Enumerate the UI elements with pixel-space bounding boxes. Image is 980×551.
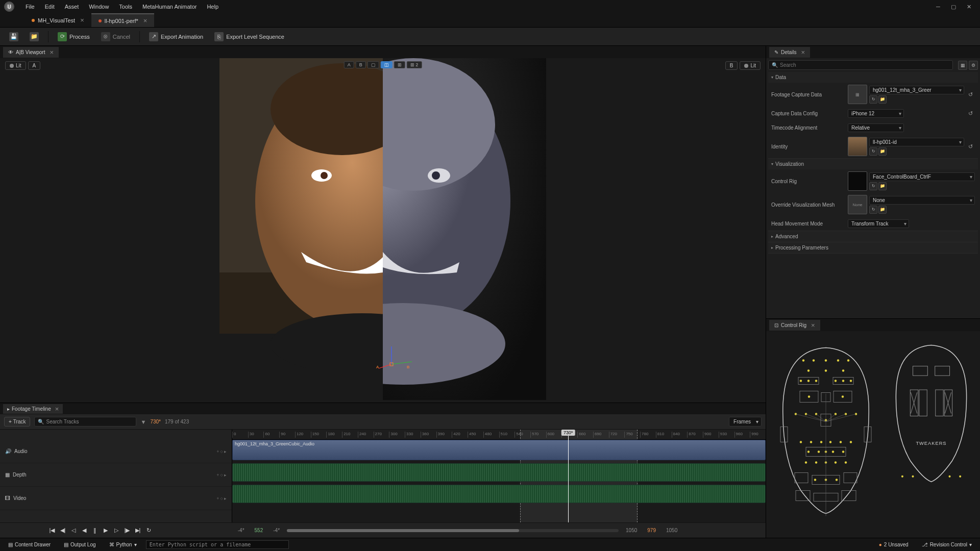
mute-icon[interactable]: ○: [220, 472, 223, 478]
control-rig-tab[interactable]: ⊡ Control Rig ×: [769, 320, 820, 331]
prev-key-button[interactable]: ◀|: [58, 526, 67, 535]
mute-icon[interactable]: ○: [220, 449, 223, 454]
add-key-icon[interactable]: +: [216, 472, 219, 478]
details-search[interactable]: 🔍: [768, 60, 953, 70]
track-header-audio[interactable]: 🔊Audio+○▸: [0, 440, 232, 463]
layout-single-icon[interactable]: ▢: [368, 61, 379, 68]
close-icon[interactable]: ×: [143, 17, 148, 24]
range-slider[interactable]: [287, 529, 619, 532]
browse-icon[interactable]: 📁: [878, 182, 887, 190]
to-end-button[interactable]: ▶|: [133, 526, 142, 535]
export-animation-button[interactable]: ↗Export Animation: [145, 30, 207, 43]
browse-icon[interactable]: 📁: [878, 206, 887, 214]
viewport-a-lit-dropdown[interactable]: Lit: [5, 61, 26, 70]
track-header-video[interactable]: 🎞Video+○▸: [0, 487, 232, 510]
browse-icon[interactable]: 📁: [878, 147, 887, 156]
next-key-button[interactable]: |▶: [122, 526, 132, 535]
unsaved-indicator[interactable]: ●2 Unsaved: [875, 540, 913, 549]
head-movement-dropdown[interactable]: Transform Track: [848, 219, 909, 228]
ab-viewport[interactable]: Lit A B Lit A B ▢ ◫ ⊞ ⊞ 2: [0, 58, 766, 403]
details-search-input[interactable]: [780, 62, 949, 68]
section-processing-parameters[interactable]: Processing Parameters: [768, 242, 978, 253]
sync-icon[interactable]: ↻: [869, 182, 877, 190]
options-icon[interactable]: ▸: [224, 496, 227, 501]
control-rig-canvas[interactable]: TWEAKERS: [766, 331, 980, 538]
depth-clip[interactable]: [232, 463, 766, 482]
export-level-sequence-button[interactable]: ⎘Export Level Sequence: [210, 30, 288, 43]
close-icon[interactable]: ×: [55, 405, 59, 413]
time-format-dropdown[interactable]: Frames: [729, 417, 762, 427]
document-tab[interactable]: MH_VisualTest×: [24, 13, 91, 27]
view-options-icon[interactable]: ▦: [958, 61, 967, 70]
options-icon[interactable]: ▸: [224, 449, 227, 454]
pause-button[interactable]: ‖: [90, 526, 100, 535]
control-rig-dropdown[interactable]: Face_ControlBoard_CtrlF: [869, 172, 975, 181]
revert-icon[interactable]: ↺: [966, 91, 975, 98]
section-visualization[interactable]: Visualization: [768, 159, 978, 169]
play-button[interactable]: ▶: [101, 526, 110, 535]
control-rig-thumbnail[interactable]: [848, 171, 867, 191]
content-drawer-button[interactable]: ▤Content Drawer: [4, 540, 55, 549]
footage-thumbnail[interactable]: ▦: [848, 85, 867, 104]
step-back-button[interactable]: ◁: [69, 526, 78, 535]
identity-thumbnail[interactable]: [848, 137, 867, 156]
mute-icon[interactable]: ○: [220, 496, 223, 501]
output-log-button[interactable]: ▤Output Log: [60, 540, 100, 549]
layout-split-icon[interactable]: ◫: [381, 61, 393, 68]
track-header-depth[interactable]: ▦Depth+○▸: [0, 463, 232, 487]
close-icon[interactable]: ×: [801, 48, 805, 56]
timeline-ruler[interactable]: 0306090120150180210240270300330360390420…: [232, 430, 766, 440]
video-clip[interactable]: [232, 485, 766, 503]
viewport-canvas[interactable]: A B ▢ ◫ ⊞ ⊞ 2: [219, 58, 546, 400]
view-a-toggle[interactable]: A: [344, 61, 354, 68]
capture-data-config-dropdown[interactable]: iPhone 12: [848, 109, 904, 118]
close-icon[interactable]: ×: [811, 321, 815, 329]
timecode-alignment-dropdown[interactable]: Relative: [848, 123, 904, 132]
add-key-icon[interactable]: +: [216, 449, 219, 454]
browse-button[interactable]: 📁: [26, 30, 43, 43]
revert-icon[interactable]: ↺: [966, 110, 975, 117]
view-count[interactable]: ⊞ 2: [407, 61, 422, 68]
menu-edit[interactable]: Edit: [40, 2, 60, 12]
python-input[interactable]: Enter Python script or a filename: [146, 540, 289, 549]
identity-dropdown[interactable]: ll-hp001-id: [869, 138, 964, 146]
layout-quad-icon[interactable]: ⊞: [394, 61, 405, 68]
menu-window[interactable]: Window: [84, 2, 114, 12]
save-button[interactable]: 💾: [5, 30, 22, 43]
menu-tools[interactable]: Tools: [114, 2, 137, 12]
options-icon[interactable]: ▸: [224, 472, 227, 478]
search-tracks-input[interactable]: 🔍Search Tracks: [34, 417, 136, 427]
step-forward-button[interactable]: ▷: [112, 526, 121, 535]
loop-button[interactable]: ↻: [144, 526, 153, 535]
viewport-tab[interactable]: 👁 A|B Viewport ×: [3, 47, 59, 58]
menu-help[interactable]: Help: [202, 2, 224, 12]
viewport-b-lit-dropdown[interactable]: Lit: [740, 61, 761, 70]
in-frame-label[interactable]: 552: [252, 527, 266, 534]
close-icon[interactable]: ×: [50, 48, 54, 56]
details-tab[interactable]: ✎ Details ×: [769, 47, 810, 58]
menu-metahuman-animator[interactable]: MetaHuman Animator: [137, 2, 202, 12]
window-maximize-button[interactable]: ▢: [946, 2, 961, 12]
add-track-button[interactable]: +Track: [4, 417, 30, 427]
process-button[interactable]: ⟳Process: [54, 30, 94, 43]
section-data[interactable]: Data: [768, 72, 978, 83]
section-advanced[interactable]: Advanced: [768, 231, 978, 242]
sync-icon[interactable]: ↻: [869, 147, 877, 156]
override-mesh-thumbnail[interactable]: None: [848, 195, 867, 214]
add-key-icon[interactable]: +: [216, 496, 219, 501]
filter-icon[interactable]: ▼: [140, 419, 146, 425]
document-tab[interactable]: ll-hp001-perf*×: [91, 13, 155, 27]
python-console-button[interactable]: ⌘Python ▾: [105, 540, 141, 549]
menu-file[interactable]: File: [20, 2, 40, 12]
footage-timeline-tab[interactable]: ▸ Footage Timeline ×: [3, 404, 63, 414]
timeline-tracks-area[interactable]: 0306090120150180210240270300330360390420…: [232, 430, 766, 522]
to-start-button[interactable]: |◀: [47, 526, 57, 535]
override-mesh-dropdown[interactable]: None: [869, 196, 975, 205]
window-minimize-button[interactable]: ─: [931, 2, 945, 12]
sync-icon[interactable]: ↻: [869, 206, 877, 214]
revision-control-button[interactable]: ⎇Revision Control ▾: [918, 540, 976, 549]
play-reverse-button[interactable]: ◀: [80, 526, 89, 535]
browse-icon[interactable]: 📁: [878, 95, 887, 104]
menu-asset[interactable]: Asset: [60, 2, 84, 12]
footage-capture-data-dropdown[interactable]: hg001_12t_mha_3_Greer: [869, 86, 964, 94]
